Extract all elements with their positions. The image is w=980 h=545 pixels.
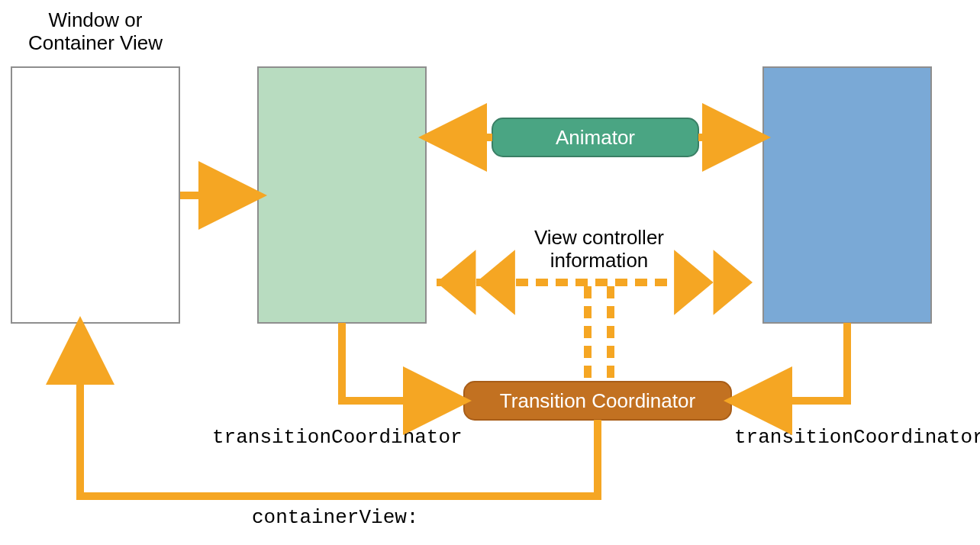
vc-info-line1: View controller <box>534 226 664 249</box>
arrow-green-to-coordinator <box>342 323 458 401</box>
window-box <box>11 67 179 323</box>
green-box <box>258 67 426 323</box>
window-title-line1: Window or <box>49 8 143 31</box>
blue-box <box>763 67 931 323</box>
coordinator-label: Transition Coordinator <box>500 389 696 412</box>
vc-info-line2: information <box>550 249 649 272</box>
arrow-blue-to-coordinator <box>737 323 847 401</box>
tc-label-left: transitionCoordinator <box>212 426 463 449</box>
animator-label: Animator <box>556 126 635 149</box>
container-view-label: containerView: <box>252 506 418 529</box>
transition-coordinator-diagram: Animator Transition Coordinator Window o… <box>0 0 980 545</box>
tc-label-right: transitionCoordinator <box>734 426 980 449</box>
window-title-line2: Container View <box>28 31 163 54</box>
